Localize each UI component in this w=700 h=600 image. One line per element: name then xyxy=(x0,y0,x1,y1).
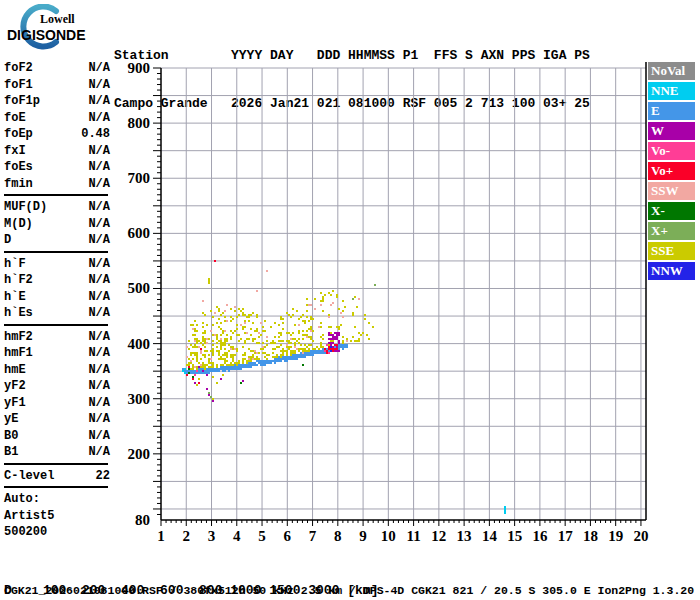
legend-item-Vo+: Vo+ xyxy=(648,162,695,180)
x-tick-label: 8 xyxy=(334,528,342,544)
y-tick-label: 600 xyxy=(128,225,151,241)
x-tick-label: 18 xyxy=(583,528,598,544)
x-tick-label: 5 xyxy=(258,528,266,544)
x-tick-label: 2 xyxy=(183,528,191,544)
y-tick-label: 300 xyxy=(128,391,151,407)
legend-item-X+: X+ xyxy=(648,222,695,240)
x-tick-label: 16 xyxy=(532,528,548,544)
y-tick-label: 200 xyxy=(128,446,151,462)
x-tick-label: 19 xyxy=(608,528,623,544)
y-tick-label: 800 xyxy=(128,115,151,131)
legend-item-Vo-: Vo- xyxy=(648,142,695,160)
x-tick-label: 15 xyxy=(507,528,522,544)
grid-lines xyxy=(161,68,646,520)
legend-item-E: E xyxy=(648,102,695,120)
x-tick-label: 17 xyxy=(558,528,574,544)
legend-item-NoVal: NoVal xyxy=(648,62,695,80)
file-info-footer: CGK21_2026021081000.RSF / 380fx512h 50 k… xyxy=(4,584,694,597)
y-tick-label: 700 xyxy=(128,170,151,186)
x-tick-label: 12 xyxy=(431,528,446,544)
legend-item-NNW: NNW xyxy=(648,262,695,280)
x-tick-label: 14 xyxy=(482,528,498,544)
ionogram-plot: 1234567891011121314151617181920900800700… xyxy=(0,0,700,600)
legend-item-X-: X- xyxy=(648,202,695,220)
x-tick-label: 4 xyxy=(233,528,241,544)
x-tick-label: 11 xyxy=(407,528,421,544)
x-tick-label: 6 xyxy=(284,528,292,544)
y-tick-label: 400 xyxy=(128,336,151,352)
legend-item-W: W xyxy=(648,122,695,140)
x-tick-label: 1 xyxy=(157,528,165,544)
y-tick-label: 500 xyxy=(128,280,151,296)
legend-item-NNE: NNE xyxy=(648,82,695,100)
x-tick-label: 3 xyxy=(208,528,216,544)
legend-item-SSW: SSW xyxy=(648,182,695,200)
x-tick-label: 10 xyxy=(381,528,396,544)
y-tick-label: 80 xyxy=(135,512,150,528)
y-tick-label: 900 xyxy=(128,60,151,76)
x-tick-label: 20 xyxy=(633,528,648,544)
x-tick-label: 9 xyxy=(359,528,367,544)
x-tick-label: 13 xyxy=(457,528,472,544)
x-tick-label: 7 xyxy=(309,528,317,544)
axis-ticks xyxy=(153,68,641,526)
axes xyxy=(161,62,646,520)
echo-points xyxy=(182,260,506,514)
echo-legend: NoValNNEEWVo-Vo+SSWX-X+SSENNW xyxy=(648,62,695,282)
legend-item-SSE: SSE xyxy=(648,242,695,260)
